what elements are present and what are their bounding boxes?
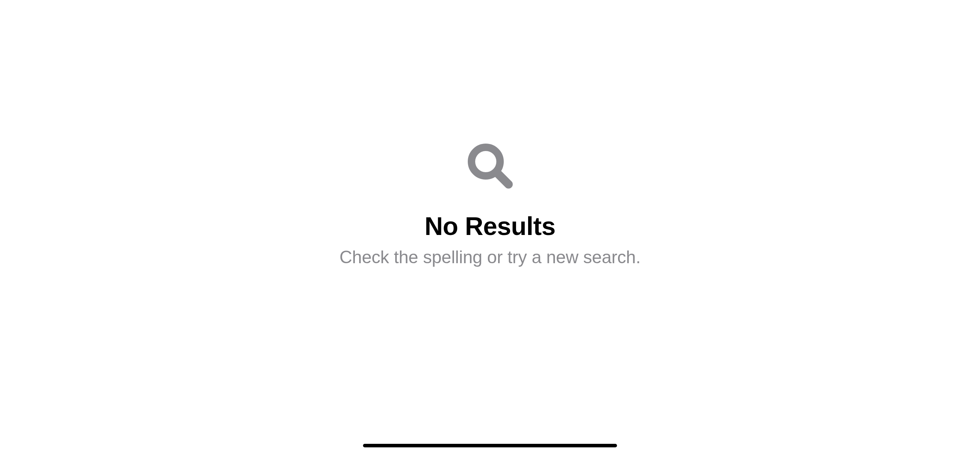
svg-line-1 [497, 173, 509, 184]
search-icon [463, 139, 517, 192]
no-results-empty-state: No Results Check the spelling or try a n… [0, 0, 980, 453]
no-results-subtitle: Check the spelling or try a new search. [339, 247, 641, 267]
no-results-title: No Results [425, 212, 555, 241]
home-indicator[interactable] [363, 444, 617, 447]
